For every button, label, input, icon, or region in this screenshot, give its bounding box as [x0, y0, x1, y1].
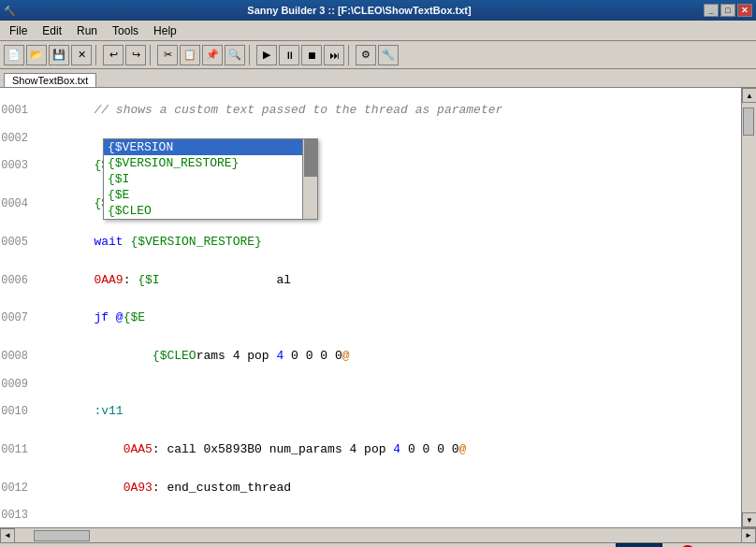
line-num-13: 0013 — [0, 507, 36, 524]
tab-showtextbox[interactable]: ShowTextBox.txt — [4, 73, 96, 87]
sep3 — [249, 45, 253, 65]
line-num-10: 0010 — [0, 403, 36, 420]
toolbar-copy[interactable]: 📋 — [180, 45, 200, 65]
scroll-left-button[interactable]: ◄ — [0, 528, 15, 543]
line-num-4: 0004 — [0, 195, 36, 212]
toolbar-step[interactable]: ⏭ — [324, 45, 344, 65]
line-num-8: 0008 — [0, 348, 36, 365]
line-num-11: 0011 — [0, 441, 36, 458]
code-line-1: 0001 // shows a custom text passed to th… — [0, 92, 756, 130]
ac-item-version-restore[interactable]: {$VERSION_RESTORE} — [104, 155, 317, 171]
menu-bar: File Edit Run Tools Help — [0, 21, 756, 41]
vertical-scrollbar[interactable]: ▲ ▼ — [741, 88, 756, 527]
editor-container: 0001 // shows a custom text passed to th… — [0, 88, 756, 527]
toolbar-pause[interactable]: ⏸ — [279, 45, 299, 65]
menu-edit[interactable]: Edit — [35, 22, 69, 39]
line-num-3: 0003 — [0, 157, 36, 174]
close-button[interactable]: ✕ — [737, 4, 752, 17]
status-bar: 3 : 3 Insert CLEO ★ GTA: SA — [0, 542, 756, 547]
scroll-track[interactable] — [742, 103, 756, 512]
toolbar-redo[interactable]: ↪ — [125, 45, 146, 65]
menu-tools[interactable]: Tools — [105, 22, 146, 39]
ac-item-i[interactable]: {$I — [104, 171, 317, 187]
toolbar-save[interactable]: 💾 — [49, 45, 69, 65]
line-num-5: 0005 — [0, 234, 36, 251]
scroll-thumb[interactable] — [743, 108, 754, 136]
ac-item-cleo[interactable]: {$CLEO — [104, 203, 317, 219]
code-line-8: 0008 {$CLEOrams 4 pop 4 0 0 0 0@ — [0, 338, 756, 376]
line-num-12: 0012 — [0, 480, 36, 497]
horizontal-scrollbar[interactable]: ◄ ► — [0, 527, 756, 542]
toolbar-close[interactable]: ✕ — [71, 45, 92, 65]
sep4 — [348, 45, 352, 65]
sep1 — [95, 45, 99, 65]
toolbar-settings[interactable]: ⚙ — [356, 45, 376, 65]
toolbar-cut[interactable]: ✂ — [157, 45, 178, 65]
sep2 — [150, 45, 153, 65]
toolbar-undo[interactable]: ↩ — [103, 45, 124, 65]
scroll-right-button[interactable]: ► — [741, 528, 756, 543]
ac-item-e[interactable]: {$E — [104, 187, 317, 203]
code-line-12: 0012 0A93: end_custom_thread — [0, 468, 756, 507]
line-content-1: // shows a custom text passed to the thr… — [36, 88, 756, 136]
toolbar-open[interactable]: 📂 — [26, 45, 47, 65]
title-bar-title: Sanny Builder 3 :: [F:\CLEO\ShowTextBox.… — [247, 5, 471, 16]
status-cleo-badge: CLEO — [616, 543, 662, 547]
menu-run[interactable]: Run — [69, 22, 105, 39]
menu-help[interactable]: Help — [146, 22, 184, 39]
title-bar: 🔨 Sanny Builder 3 :: [F:\CLEO\ShowTextBo… — [0, 0, 756, 21]
line-num-7: 0007 — [0, 309, 36, 326]
maximize-button[interactable]: □ — [720, 4, 735, 17]
title-bar-controls: _ □ ✕ — [704, 4, 752, 17]
autocomplete-dropdown[interactable]: {$VERSION {$VERSION_RESTORE} {$I {$E {$C… — [103, 138, 318, 220]
toolbar-new[interactable]: 📄 — [4, 45, 24, 65]
toolbar-stop[interactable]: ⏹ — [301, 45, 322, 65]
tab-bar: ShowTextBox.txt — [0, 69, 756, 88]
code-line-13: 0013 — [0, 507, 756, 524]
autocomplete-scrollbar[interactable] — [302, 139, 317, 219]
h-scroll-track[interactable] — [15, 529, 741, 542]
line-num-2: 0002 — [0, 130, 36, 147]
scroll-up-button[interactable]: ▲ — [742, 88, 756, 103]
title-bar-icon: 🔨 — [4, 6, 15, 16]
line-num-1: 0001 — [0, 102, 36, 119]
toolbar-paste[interactable]: 📌 — [202, 45, 223, 65]
autocomplete-scroll-thumb[interactable] — [304, 139, 317, 177]
toolbar: 📄 📂 💾 ✕ ↩ ↪ ✂ 📋 📌 🔍 ▶ ⏸ ⏹ ⏭ ⚙ 🔧 — [0, 41, 756, 69]
line-content-8: {$CLEOrams 4 pop 4 0 0 0 0@ — [36, 331, 756, 381]
toolbar-tools[interactable]: 🔧 — [378, 45, 399, 65]
line-num-9: 0009 — [0, 376, 36, 393]
ac-item-version[interactable]: {$VERSION — [104, 139, 317, 155]
minimize-button[interactable]: _ — [704, 4, 719, 17]
menu-file[interactable]: File — [2, 22, 35, 39]
toolbar-play[interactable]: ▶ — [256, 45, 277, 65]
line-num-6: 0006 — [0, 272, 36, 289]
h-scroll-thumb[interactable] — [34, 530, 90, 541]
scroll-down-button[interactable]: ▼ — [742, 512, 756, 527]
line-content-12: 0A93: end_custom_thread — [36, 463, 756, 513]
toolbar-find[interactable]: 🔍 — [225, 45, 245, 65]
